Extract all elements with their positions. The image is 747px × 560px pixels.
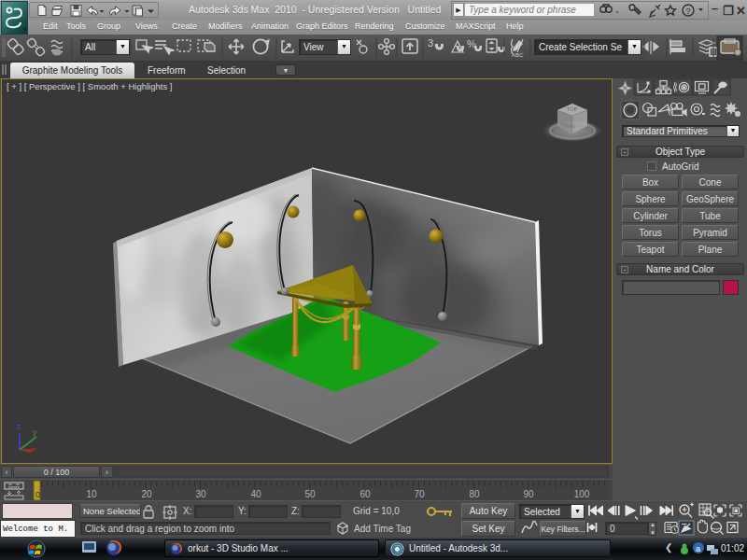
- svg-text:30: 30: [195, 489, 206, 499]
- svg-text:90: 90: [523, 489, 534, 499]
- svg-text:ABC: ABC: [512, 52, 524, 58]
- svg-text:?: ?: [686, 7, 691, 16]
- svg-text:70: 70: [414, 489, 425, 499]
- svg-text:z: z: [17, 422, 21, 431]
- svg-text:a: a: [696, 544, 700, 553]
- svg-text:TOP: TOP: [567, 106, 578, 112]
- svg-text:0: 0: [35, 490, 40, 499]
- svg-text:50: 50: [304, 489, 316, 499]
- svg-text:20: 20: [141, 489, 152, 499]
- svg-text:80: 80: [469, 489, 480, 499]
- svg-text:100: 100: [574, 489, 590, 499]
- svg-text:60: 60: [359, 489, 371, 499]
- svg-text:3: 3: [428, 37, 433, 49]
- svg-text:y: y: [33, 427, 37, 437]
- svg-text:10: 10: [86, 489, 97, 499]
- svg-text:40: 40: [250, 489, 261, 499]
